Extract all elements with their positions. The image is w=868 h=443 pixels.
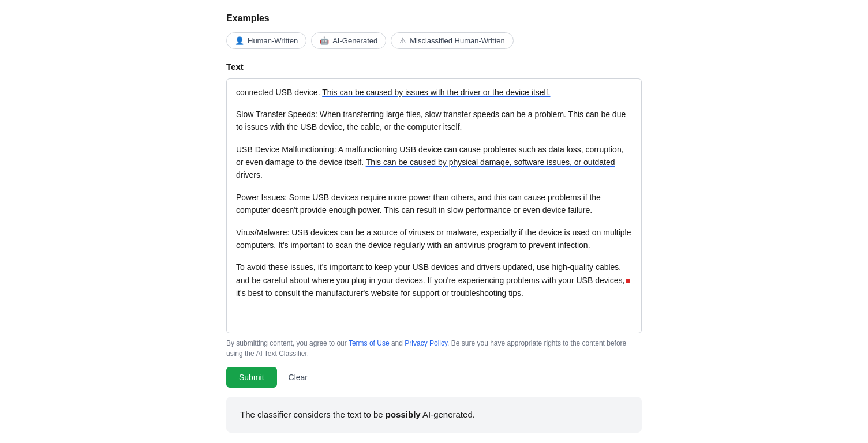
misclassified-btn[interactable]: ⚠ Misclassified Human-Written: [391, 32, 513, 49]
text-paragraph-5: To avoid these issues, it's important to…: [236, 261, 632, 299]
result-text-before: The classifier considers the text to be: [240, 410, 386, 419]
ai-generated-btn[interactable]: 🤖 AI-Generated: [311, 32, 386, 49]
text-paragraph-2: USB Device Malfunctioning: A malfunction…: [236, 143, 632, 182]
person-icon: 👤: [235, 36, 244, 45]
text-area-wrapper: connected USB device. This can be caused…: [226, 78, 642, 333]
terms-of-use-link[interactable]: Terms of Use: [349, 339, 390, 347]
text-paragraph-1: Slow Transfer Speeds: When transferring …: [236, 108, 632, 134]
text-paragraph-0: connected USB device. This can be caused…: [236, 86, 632, 99]
examples-title: Examples: [226, 12, 642, 25]
human-written-btn[interactable]: 👤 Human-Written: [226, 32, 306, 49]
action-buttons: Submit Clear: [226, 367, 642, 388]
disclaimer-before: By submitting content, you agree to our: [226, 339, 349, 347]
submit-button[interactable]: Submit: [226, 367, 277, 388]
clear-button[interactable]: Clear: [284, 367, 312, 388]
underline-span-2: This can be caused by physical damage, s…: [236, 157, 615, 179]
result-text-after: AI-generated.: [421, 410, 475, 419]
example-buttons-group: 👤 Human-Written 🤖 AI-Generated ⚠ Misclas…: [226, 32, 642, 49]
result-emphasis: possibly: [386, 410, 421, 419]
human-written-label: Human-Written: [248, 36, 298, 45]
disclaimer-between: and: [390, 339, 405, 347]
text-section: Text connected USB device. This can be c…: [226, 61, 642, 333]
text-paragraph-4: Virus/Malware: USB devices can be a sour…: [236, 226, 632, 252]
ai-generated-label: AI-Generated: [332, 36, 377, 45]
underline-span-0: This can be caused by issues with the dr…: [322, 88, 550, 97]
result-box: The classifier considers the text to be …: [226, 397, 642, 433]
text-label: Text: [226, 61, 642, 74]
red-dot-indicator: [626, 279, 630, 283]
misclassified-label: Misclassified Human-Written: [410, 36, 504, 45]
examples-section: Examples 👤 Human-Written 🤖 AI-Generated …: [226, 12, 642, 49]
text-content-display[interactable]: connected USB device. This can be caused…: [227, 79, 641, 333]
disclaimer-text: By submitting content, you agree to our …: [226, 338, 642, 359]
warning-icon: ⚠: [399, 36, 406, 45]
text-paragraph-3: Power Issues: Some USB devices require m…: [236, 191, 632, 217]
robot-icon: 🤖: [320, 36, 329, 45]
privacy-policy-link[interactable]: Privacy Policy: [405, 339, 447, 347]
